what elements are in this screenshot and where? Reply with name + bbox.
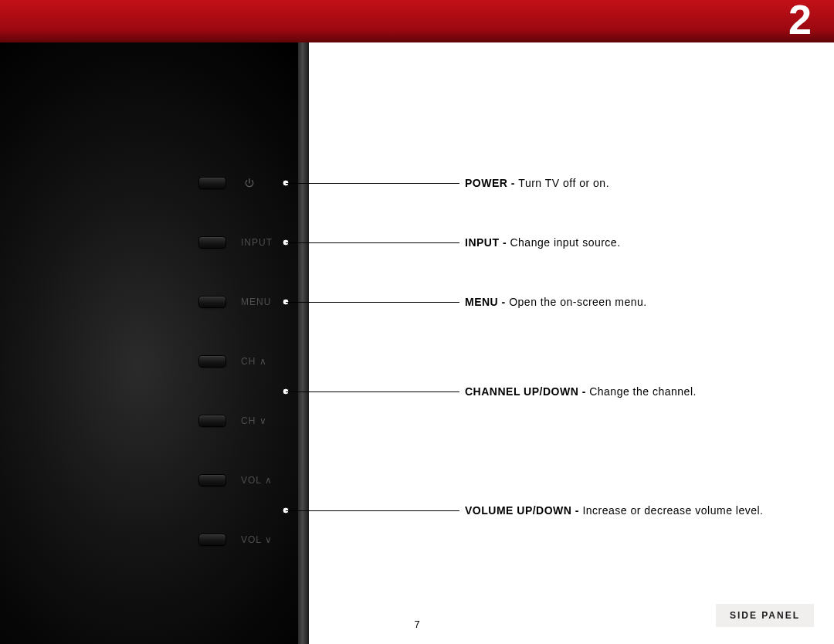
menu-description: MENU - Open the on-screen menu. bbox=[465, 296, 647, 308]
top-banner: 2 bbox=[0, 0, 834, 42]
channel-down-button[interactable] bbox=[199, 415, 225, 426]
menu-button-row: MENU bbox=[199, 295, 271, 309]
power-button[interactable] bbox=[199, 178, 225, 188]
power-description: POWER - Turn TV off or on. bbox=[465, 177, 609, 189]
volume-down-button-label: VOL ∨ bbox=[241, 534, 273, 545]
power-desc-text: Turn TV off or on. bbox=[518, 177, 609, 189]
input-button[interactable] bbox=[199, 237, 225, 248]
volume-description: VOLUME UP/DOWN - Increase or decrease vo… bbox=[465, 504, 764, 517]
channel-desc-bold: CHANNEL UP/DOWN - bbox=[465, 385, 589, 398]
leader-line bbox=[286, 242, 459, 243]
channel-desc-text: Change the channel. bbox=[589, 385, 697, 398]
volume-up-button-label: VOL ∧ bbox=[241, 475, 273, 486]
input-button-label: INPUT bbox=[241, 237, 273, 248]
leader-line bbox=[286, 183, 459, 184]
page-number: 7 bbox=[0, 619, 834, 630]
device-edge-highlight bbox=[298, 42, 309, 644]
volume-up-button[interactable] bbox=[199, 475, 225, 486]
channel-up-button[interactable] bbox=[199, 356, 225, 367]
input-button-row: INPUT bbox=[199, 236, 273, 249]
leader-line bbox=[286, 510, 459, 511]
menu-desc-bold: MENU - bbox=[465, 296, 509, 308]
input-desc-bold: INPUT - bbox=[465, 236, 510, 249]
volume-desc-text: Increase or decrease volume level. bbox=[582, 504, 763, 517]
input-description: INPUT - Change input source. bbox=[465, 236, 621, 249]
channel-down-button-row: CH ∨ bbox=[199, 414, 267, 428]
power-icon bbox=[244, 178, 255, 188]
menu-button[interactable] bbox=[199, 297, 225, 307]
leader-line bbox=[286, 302, 459, 303]
chapter-number: 2 bbox=[788, 0, 812, 43]
power-button-row bbox=[199, 176, 255, 190]
menu-desc-text: Open the on-screen menu. bbox=[509, 296, 647, 308]
volume-up-button-row: VOL ∧ bbox=[199, 473, 273, 487]
volume-down-button[interactable] bbox=[199, 534, 225, 545]
channel-description: CHANNEL UP/DOWN - Change the channel. bbox=[465, 385, 697, 398]
power-desc-bold: POWER - bbox=[465, 177, 518, 189]
tv-side-panel-illustration: INPUT MENU CH ∧ CH ∨ VOL ∧ VOL ∨ bbox=[0, 42, 309, 644]
channel-up-button-row: CH ∧ bbox=[199, 354, 267, 368]
channel-down-button-label: CH ∨ bbox=[241, 415, 267, 426]
input-desc-text: Change input source. bbox=[510, 236, 620, 249]
menu-button-label: MENU bbox=[241, 297, 271, 307]
volume-desc-bold: VOLUME UP/DOWN - bbox=[465, 504, 582, 517]
volume-down-button-row: VOL ∨ bbox=[199, 533, 273, 547]
channel-up-button-label: CH ∧ bbox=[241, 356, 267, 367]
manual-page: 2 INPUT MENU CH ∧ CH ∨ VOL bbox=[0, 0, 834, 644]
leader-line bbox=[286, 391, 459, 392]
